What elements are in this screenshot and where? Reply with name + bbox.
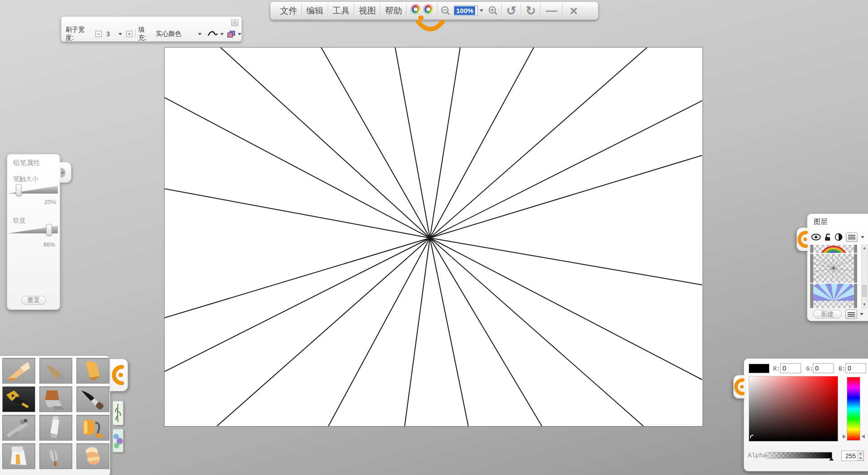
close-button[interactable]: × xyxy=(563,4,585,18)
orange-handle-icon xyxy=(734,375,745,398)
spin-down-icon[interactable]: ▼ xyxy=(858,456,863,461)
zoom-dropdown-button[interactable] xyxy=(478,10,485,12)
green-label: G: xyxy=(806,366,813,372)
spin-up-icon[interactable]: ▲ xyxy=(858,451,863,456)
stroke-style-dropdown-icon[interactable] xyxy=(220,33,224,35)
new-layer-button[interactable]: 新建 xyxy=(813,310,842,318)
scroll-up-icon[interactable]: ▲ xyxy=(862,245,867,251)
red-input[interactable] xyxy=(780,363,801,373)
green-input[interactable] xyxy=(813,363,834,373)
layer-lock-icon[interactable] xyxy=(824,233,831,242)
redo-button[interactable]: ↻ xyxy=(521,4,540,18)
alpha-label: Alpha xyxy=(748,452,767,459)
brush-tile-flat-brush[interactable] xyxy=(39,386,72,412)
menubar: 文件 编辑 工具 视图 帮助 100% xyxy=(270,1,599,20)
color-collapse-tab[interactable] xyxy=(733,375,745,399)
orange-handle-icon xyxy=(797,228,808,251)
zoom-in-button[interactable] xyxy=(485,5,501,16)
plant-preset-icon xyxy=(113,401,123,425)
layer-blend-icon[interactable] xyxy=(835,233,843,241)
brush-tile-pencil[interactable] xyxy=(2,358,35,384)
panel-title: 图层 xyxy=(814,218,827,226)
hue-marker-left-icon[interactable] xyxy=(843,434,846,439)
pastel-stick-icon xyxy=(40,358,72,383)
brush-width-decrease-button[interactable]: − xyxy=(95,31,102,37)
menu-tools[interactable]: 工具 xyxy=(328,5,354,17)
layers-collapse-tab[interactable] xyxy=(797,228,808,251)
layer-menu-button[interactable] xyxy=(846,233,858,242)
pencil-icon xyxy=(3,358,35,383)
brush-tile-eraser[interactable] xyxy=(76,443,109,469)
brush-tile-airbrush[interactable] xyxy=(2,415,35,441)
brush-tile-paint-jar[interactable] xyxy=(2,443,35,469)
picture-preset-icon xyxy=(113,429,123,452)
hue-slider[interactable] xyxy=(847,377,860,441)
brush-width-dropdown-icon[interactable] xyxy=(118,33,122,35)
layer-item-blue-rays[interactable] xyxy=(810,284,857,308)
zoom-level-input[interactable]: 100% xyxy=(454,5,478,16)
brush-tile-palette-knife[interactable] xyxy=(39,415,72,441)
layer-options-button[interactable] xyxy=(845,309,857,319)
stroke-size-slider-handle[interactable] xyxy=(16,184,22,196)
brush-tile-crayon[interactable] xyxy=(76,358,109,384)
undo-button[interactable]: ↺ xyxy=(502,4,521,18)
logo-smile-icon xyxy=(416,20,445,32)
stroke-color-swatch[interactable] xyxy=(227,31,235,38)
brush-tile-paint-roller[interactable] xyxy=(76,415,109,441)
stroke-size-value: 20% xyxy=(44,199,56,205)
blue-rays-layer-thumbnail xyxy=(813,284,854,301)
layer-options-dropdown-icon[interactable] xyxy=(860,313,863,315)
saturation-value-picker[interactable] xyxy=(749,376,838,442)
divider xyxy=(406,4,407,18)
menu-view[interactable]: 视图 xyxy=(354,5,380,17)
menu-file[interactable]: 文件 xyxy=(276,5,302,17)
hue-marker-right-icon[interactable] xyxy=(862,434,865,439)
stroke-size-label: 笔触大小 xyxy=(13,175,38,183)
drawing-canvas[interactable] xyxy=(164,47,703,427)
palette-preset-picture-button[interactable] xyxy=(113,429,123,452)
alpha-slider[interactable] xyxy=(766,452,832,459)
scroll-down-icon[interactable]: ▼ xyxy=(862,302,867,308)
alpha-marker-icon[interactable] xyxy=(829,457,834,461)
redo-icon: ↻ xyxy=(526,4,536,18)
brush-tile-fountain-pen[interactable] xyxy=(2,386,35,412)
paint-jar-icon xyxy=(3,444,35,469)
blue-input[interactable] xyxy=(845,363,866,373)
softness-label: 软度 xyxy=(13,217,26,225)
stroke-color-dropdown-icon[interactable] xyxy=(238,33,241,35)
layer-item-rainbow[interactable] xyxy=(810,245,857,253)
menu-help[interactable]: 帮助 xyxy=(381,5,406,17)
eraser-icon xyxy=(77,444,109,469)
line-art-layer-thumbnail xyxy=(813,254,854,283)
palette-preset-plant-button[interactable] xyxy=(113,401,123,425)
pencil-properties-panel: 铅笔属性 笔触大小 20% 软度 86% 重置 xyxy=(7,154,60,310)
fill-select[interactable]: 实心颜色 xyxy=(156,30,198,38)
panel-title: 铅笔属性 xyxy=(13,159,40,167)
scrollbar-thumb[interactable] xyxy=(862,285,867,297)
menu-edit[interactable]: 编辑 xyxy=(302,5,328,17)
layer-visibility-eye-icon[interactable] xyxy=(811,233,821,241)
brush-tile-ink-brush[interactable] xyxy=(76,386,109,412)
app-window: 文件 编辑 工具 视图 帮助 100% xyxy=(0,0,868,475)
softness-slider-handle[interactable] xyxy=(46,224,52,236)
reset-button[interactable]: 重置 xyxy=(21,296,46,305)
layer-menu-dropdown-icon[interactable] xyxy=(861,236,864,238)
panel-collapse-tab[interactable] xyxy=(60,162,71,183)
current-color-swatch xyxy=(749,364,769,373)
brush-width-increase-button[interactable]: + xyxy=(126,31,132,37)
fill-dropdown-icon[interactable] xyxy=(198,33,202,35)
minimize-icon: — xyxy=(546,5,557,16)
palette-knife-icon xyxy=(40,415,72,440)
palette-collapse-tab[interactable] xyxy=(110,359,128,391)
alpha-spinner[interactable]: 255 ▲ ▼ xyxy=(841,451,864,461)
minimize-button[interactable]: — xyxy=(541,5,562,16)
layer-list-scrollbar[interactable]: ▲ ▼ xyxy=(861,245,868,308)
layer-item-line-art[interactable] xyxy=(810,254,857,283)
brush-tile-pastel-stick[interactable] xyxy=(39,358,72,384)
brush-width-value[interactable]: 3 xyxy=(106,30,118,38)
zoom-out-button[interactable] xyxy=(438,5,454,16)
brush-tile-spear-point[interactable] xyxy=(39,443,72,469)
brush-options-toolbar: × 刷子宽度: − 3 + 填充: 实心颜色 xyxy=(61,16,242,42)
stroke-style-icon[interactable] xyxy=(207,30,218,38)
toolbar-close-button[interactable]: × xyxy=(231,19,239,26)
